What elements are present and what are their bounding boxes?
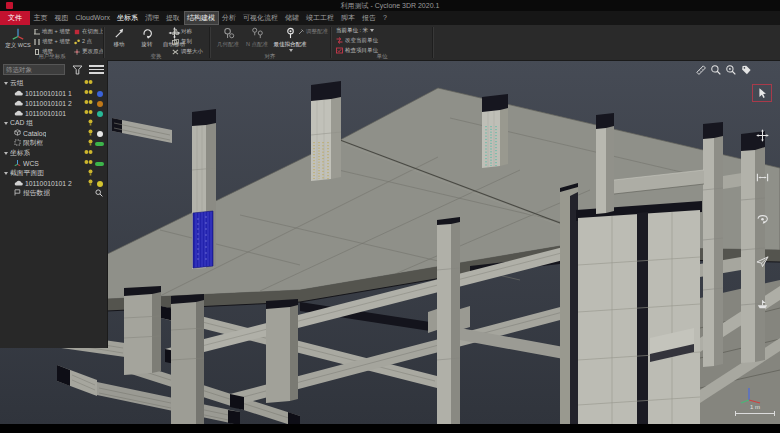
tree-group-section-planes[interactable]: 截面平面图	[0, 168, 107, 178]
tab-coordinate-system[interactable]: 坐标系	[114, 11, 142, 25]
tree-item-report-data[interactable]: 报告数据	[0, 188, 107, 198]
pan-tool-button[interactable]	[753, 127, 771, 143]
ucs-on-section-button[interactable]: 在切面上	[74, 27, 104, 36]
n-points-align-button[interactable]: N 点配准	[242, 27, 272, 47]
change-units-button[interactable]: 改变当前单位	[336, 36, 378, 45]
cloud-color-swatch[interactable]	[97, 91, 103, 97]
title-bar: 利用测试 - Cyclone 3DR 2020.1	[0, 0, 780, 11]
report-flag-icon	[14, 189, 21, 197]
rotate-button[interactable]: 旋转	[134, 27, 160, 47]
tree-item-cloud-2[interactable]: 10110010101 2	[0, 98, 107, 108]
measure-tool-button[interactable]	[694, 63, 707, 77]
zoom-select-tool-button[interactable]	[724, 63, 737, 77]
zoom-tool-button[interactable]	[709, 63, 722, 77]
caret-down-icon[interactable]	[4, 122, 8, 125]
ribbon-group-transform: 移动 旋转 自动移动 对称 复制	[106, 25, 206, 60]
filter-icon[interactable]	[72, 64, 85, 75]
limit-box-icon	[14, 139, 21, 147]
tree-menu-icon[interactable]	[89, 63, 104, 76]
mirror-button[interactable]: 对称	[172, 27, 192, 36]
walkthrough-tool-button[interactable]	[753, 295, 771, 311]
cloud-color-swatch[interactable]	[97, 111, 103, 117]
bottom-bar	[0, 424, 780, 433]
visibility-goggles-icon[interactable]	[84, 109, 93, 116]
visibility-goggles-icon[interactable]	[84, 149, 93, 156]
ucs-ground-wall-button[interactable]: 地面 + 墙壁	[34, 27, 70, 36]
tab-home[interactable]: 主页	[30, 11, 51, 25]
cloud-color-swatch[interactable]	[97, 101, 103, 107]
viewport-nav-toolbar	[751, 85, 773, 311]
n-points-align-icon	[251, 27, 264, 39]
label-tool-button[interactable]	[739, 63, 752, 77]
mirror-icon	[172, 29, 179, 35]
color-swatch[interactable]	[97, 131, 103, 137]
caret-down-icon[interactable]	[4, 172, 8, 175]
current-units-dropdown[interactable]: 当前单位 : 米	[336, 26, 374, 35]
bulb-icon[interactable]	[88, 179, 93, 187]
bulb-icon[interactable]	[88, 169, 93, 177]
project-tree-panel: 云组 10110010101 1 10110010101 2 101100101…	[0, 60, 108, 348]
visibility-goggles-icon[interactable]	[84, 99, 93, 106]
orbit-tool-button[interactable]	[753, 211, 771, 227]
geometric-align-button[interactable]: 几何配准	[213, 27, 243, 47]
zoom-fit-button[interactable]	[753, 169, 771, 185]
tag-icon	[740, 64, 752, 76]
tab-view[interactable]: 视图	[51, 11, 72, 25]
two-points-icon	[74, 39, 80, 45]
visibility-goggles-icon[interactable]	[84, 79, 93, 86]
tab-help[interactable]: ?	[380, 11, 391, 25]
visibility-goggles-icon[interactable]	[84, 159, 93, 166]
tree-item-catalog[interactable]: Catalog	[0, 128, 107, 138]
change-units-icon	[336, 37, 343, 44]
tab-visualization[interactable]: 可视化流程	[240, 11, 282, 25]
tree-item-cloud-1[interactable]: 10110010101 1	[0, 88, 107, 98]
filter-objects-input[interactable]	[3, 64, 65, 75]
tab-report[interactable]: 报告	[359, 11, 380, 25]
adjust-align-button[interactable]: 调整配准	[298, 27, 328, 36]
tab-analysis[interactable]: 分析	[219, 11, 240, 25]
orbit-icon	[756, 213, 769, 226]
wall-wall-icon	[34, 39, 40, 45]
bulb-icon[interactable]	[88, 139, 93, 147]
color-swatch[interactable]	[95, 162, 104, 166]
tree-item-cloud-3[interactable]: 10110010101	[0, 108, 107, 118]
tree-group-cad[interactable]: CAD 组	[0, 118, 107, 128]
tree-item-wcs[interactable]: WCS	[0, 158, 107, 168]
caret-down-icon[interactable]	[4, 82, 8, 85]
tree-group-clouds[interactable]: 云组	[0, 78, 107, 88]
duplicate-button[interactable]: 复制	[172, 37, 192, 46]
tab-structure-modeling[interactable]: 结构建模	[184, 11, 219, 25]
tab-construction[interactable]: 竣工工程	[303, 11, 338, 25]
ucs-two-points-button[interactable]: 2 点	[74, 37, 92, 46]
adjust-align-icon	[298, 29, 304, 35]
tab-extract[interactable]: 提取	[163, 11, 184, 25]
duplicate-icon	[172, 39, 179, 45]
bulb-icon[interactable]	[88, 119, 93, 127]
ribbon-group-units: 当前单位 : 米 改变当前单位 检查项目单位 单位	[334, 25, 430, 60]
select-tool-button[interactable]	[753, 85, 771, 101]
color-swatch[interactable]	[95, 142, 104, 146]
magnifier-icon[interactable]	[95, 189, 103, 198]
tree-item-limit-box[interactable]: 限制框	[0, 138, 107, 148]
cloud-icon	[14, 100, 23, 107]
tree-group-coordinate-systems[interactable]: 坐标系	[0, 148, 107, 158]
tree-item-section-cloud[interactable]: 10110010101 2	[0, 178, 107, 188]
define-ucs-button[interactable]: 定义 WCS	[4, 27, 32, 48]
rotate-icon	[141, 27, 154, 39]
visibility-goggles-icon[interactable]	[84, 89, 93, 96]
pan-icon	[756, 129, 769, 142]
color-swatch[interactable]	[97, 181, 103, 187]
tab-script[interactable]: 脚本	[338, 11, 359, 25]
tab-file[interactable]: 文件	[0, 11, 30, 25]
tab-cloudworx[interactable]: CloudWorx	[72, 11, 114, 25]
catalog-box-icon	[14, 129, 21, 137]
bulb-icon[interactable]	[88, 129, 93, 137]
fly-tool-button[interactable]	[753, 253, 771, 269]
translate-button[interactable]: 移动	[106, 27, 132, 47]
tab-tank[interactable]: 储罐	[282, 11, 303, 25]
ucs-wall-wall-button[interactable]: 墙壁 + 墙壁	[34, 37, 70, 46]
caret-down-icon[interactable]	[4, 152, 8, 155]
3d-viewport[interactable]	[0, 60, 780, 424]
tab-clean[interactable]: 清理	[142, 11, 163, 25]
magnifier-icon	[710, 64, 722, 76]
